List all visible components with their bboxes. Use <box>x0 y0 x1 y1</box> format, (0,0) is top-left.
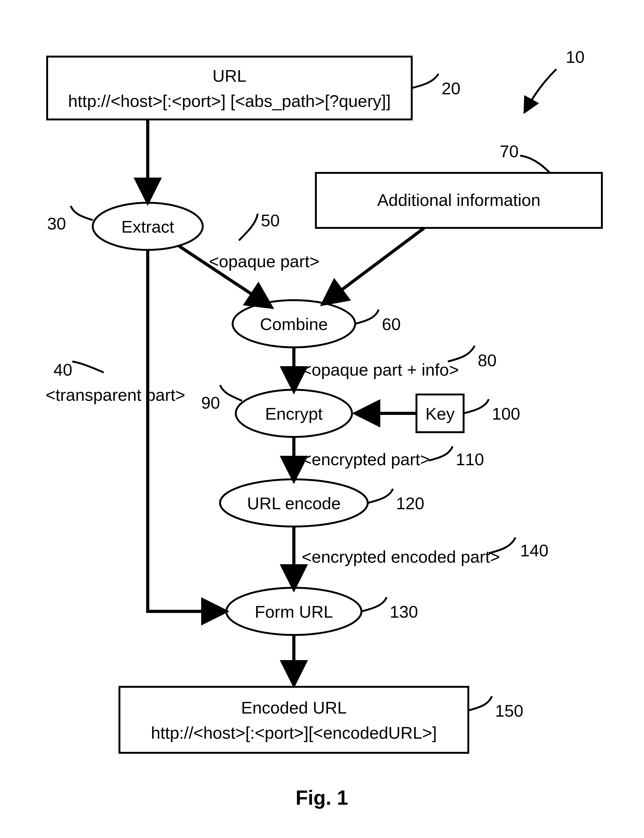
ref-150-lead: 150 <box>468 696 523 720</box>
label-encrypted-part: <encrypted part> <box>302 450 430 469</box>
ref-40-lead: 40 <box>53 360 104 379</box>
ref-130-lead: 130 <box>361 597 418 621</box>
node-encoded-url-box: Encoded URL http://<host>[:<port>][<enco… <box>120 687 468 753</box>
ref-120-lead: 120 <box>368 489 424 513</box>
ref-60-lead: 60 <box>355 310 401 334</box>
label-opaque-plus-info: <opaque part + info> <box>302 360 459 379</box>
encoded-url-body: http://<host>[:<port>][<encodedURL>] <box>151 723 437 742</box>
label-opaque-part: <opaque part> <box>209 252 319 271</box>
node-additional-info: Additional information <box>316 173 602 228</box>
ref-100-lead: 100 <box>463 399 520 423</box>
node-url-encode: URL encode <box>220 479 368 526</box>
edge-extract-to-formurl <box>148 250 225 611</box>
label-enc-encoded-part: <encrypted encoded part> <box>302 547 500 566</box>
url-box-body: http://<host>[:<port>] [<abs_path>[?quer… <box>68 92 391 110</box>
ref-20: 20 <box>442 79 460 98</box>
ref-90: 90 <box>201 393 220 412</box>
node-form-url: Form URL <box>226 588 361 635</box>
ref-40: 40 <box>53 360 72 379</box>
additional-info-label: Additional information <box>377 191 540 209</box>
figure-caption: Fig. 1 <box>296 787 348 809</box>
node-encrypt: Encrypt <box>236 390 352 437</box>
ref-50: 50 <box>261 211 280 230</box>
ref-150: 150 <box>495 701 523 720</box>
url-encode-label: URL encode <box>247 494 341 513</box>
combine-label: Combine <box>260 315 328 334</box>
ref-10: 10 <box>566 48 585 66</box>
svg-rect-8 <box>120 687 468 753</box>
encoded-url-title: Encoded URL <box>241 698 347 717</box>
form-url-label: Form URL <box>255 602 333 621</box>
ref-140: 140 <box>520 541 549 560</box>
edge-info-to-combine <box>324 228 424 303</box>
key-label: Key <box>425 404 455 423</box>
encrypt-label: Encrypt <box>265 404 322 423</box>
ref-30: 30 <box>47 214 66 233</box>
ref-70: 70 <box>500 142 519 161</box>
ref-120: 120 <box>396 494 424 513</box>
node-extract: Extract <box>93 203 203 250</box>
ref-30-lead: 30 <box>47 206 93 233</box>
ref-70-lead: 70 <box>500 142 550 173</box>
node-url-box: URL http://<host>[:<port>] [<abs_path>[?… <box>47 57 412 120</box>
ref-80: 80 <box>478 351 496 370</box>
ref-110: 110 <box>456 450 484 469</box>
ref-50-lead: 50 <box>239 211 280 240</box>
ref-100: 100 <box>492 404 520 423</box>
url-box-title: URL <box>212 66 246 85</box>
ref-10-lead: 10 <box>525 48 585 112</box>
ref-60: 60 <box>382 315 401 334</box>
node-combine: Combine <box>233 300 355 347</box>
ref-20-lead: 20 <box>412 74 460 98</box>
node-key: Key <box>416 394 463 432</box>
ref-110-lead: 110 <box>429 446 484 469</box>
ref-130: 130 <box>390 602 418 621</box>
extract-label: Extract <box>121 217 174 236</box>
label-transparent-part: <transparent part> <box>46 385 185 404</box>
ref-90-lead: 90 <box>201 385 242 412</box>
